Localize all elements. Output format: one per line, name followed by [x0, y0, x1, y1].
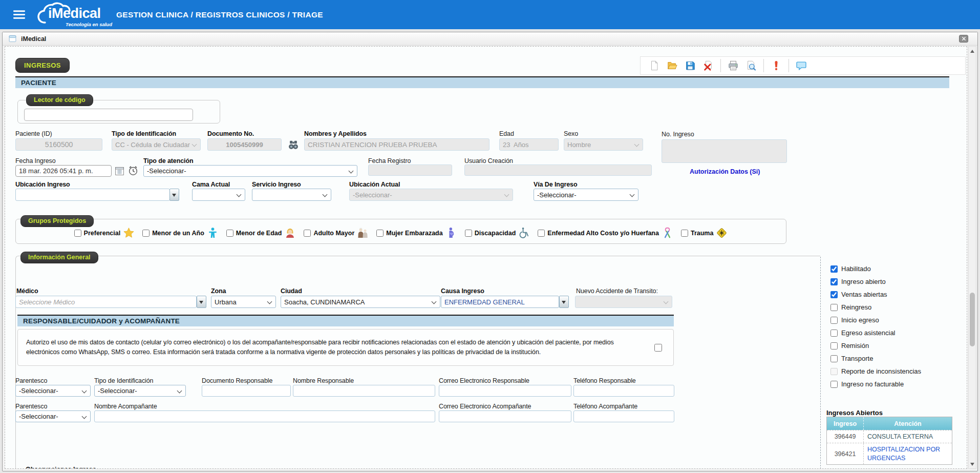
- accidente-transito-select: [575, 296, 672, 308]
- ciudad-select[interactable]: Soacha, CUNDINAMARCA: [281, 296, 440, 308]
- consent-checkbox[interactable]: [654, 344, 662, 352]
- medico-label: Médico: [16, 287, 38, 295]
- calendar-icon[interactable]: [114, 166, 125, 176]
- documento-resp-input[interactable]: [202, 385, 291, 397]
- ubicacion-ingreso-dropdown-button[interactable]: [169, 189, 179, 201]
- nombres-label: Nombres y Apellidos: [304, 130, 367, 137]
- delete-icon[interactable]: [702, 60, 714, 71]
- imedical-window: iMedical INGRESOS: [2, 32, 978, 471]
- print-preview-icon[interactable]: [745, 60, 757, 71]
- scroll-up-icon[interactable]: [969, 47, 976, 55]
- protected-group-checkbox[interactable]: [465, 230, 472, 237]
- scrollbar-thumb[interactable]: [970, 293, 975, 346]
- telefono-acomp-label: Teléfono Acompañante: [573, 403, 637, 410]
- status-flag-item: Reporte de inconsistencias: [830, 367, 921, 375]
- via-ingreso-select[interactable]: -Seleccionar-: [534, 189, 638, 201]
- hamburger-menu-icon[interactable]: [12, 8, 26, 22]
- status-flag-checkbox[interactable]: [830, 355, 838, 362]
- ubicacion-ingreso-input[interactable]: [15, 189, 170, 201]
- documento-resp-label: Documento Responsable: [202, 377, 272, 384]
- new-document-icon[interactable]: [649, 60, 660, 71]
- status-flag-checkbox[interactable]: [830, 381, 838, 388]
- protected-group-label: Enfermedad Alto Costo y/o Huerfana: [547, 230, 659, 237]
- close-icon[interactable]: [959, 35, 968, 43]
- table-header: Ingreso Atención: [827, 417, 952, 430]
- fecha-registro-label: Fecha Registro: [368, 157, 411, 164]
- binoculars-search-icon[interactable]: [288, 139, 299, 151]
- nombre-acomp-input[interactable]: [94, 410, 435, 422]
- protected-group-checkbox[interactable]: [74, 230, 81, 237]
- app-logo[interactable]: iMedical Tecnología en salud: [39, 1, 121, 29]
- comments-icon[interactable]: [796, 60, 807, 71]
- logo-text: iMedical: [48, 6, 101, 22]
- causa-ingreso-label: Causa Ingreso: [441, 287, 484, 295]
- tipo-atencion-select[interactable]: -Seleccionar-: [143, 165, 357, 177]
- status-flag-checkbox[interactable]: [830, 304, 838, 311]
- parentesco1-select[interactable]: -Seleccionar-: [15, 385, 91, 397]
- parentesco2-select[interactable]: -Seleccionar-: [15, 410, 91, 422]
- protected-group-checkbox[interactable]: [304, 230, 311, 237]
- causa-ingreso-select[interactable]: ENFERMEDAD GENERAL: [441, 296, 559, 308]
- protected-group-label: Preferencial: [84, 230, 121, 237]
- tipo-ident-resp-select[interactable]: -Seleccionar-: [94, 385, 186, 397]
- status-flag-checkbox[interactable]: [830, 330, 838, 337]
- medico-input[interactable]: [15, 296, 197, 308]
- minor-icon: [284, 227, 296, 239]
- causa-ingreso-dropdown-button[interactable]: [559, 296, 569, 308]
- breadcrumb[interactable]: GESTION CLINICA / REGISTROS CLINICOS / T…: [116, 0, 323, 29]
- window-icon: [8, 34, 17, 43]
- status-flag-checkbox[interactable]: [830, 342, 838, 349]
- column-header-ingreso: Ingreso: [827, 417, 864, 430]
- correo-resp-input[interactable]: [439, 385, 571, 397]
- documento-label: Documento No.: [207, 130, 254, 137]
- status-flag-label: Reingreso: [841, 303, 871, 311]
- telefono-acomp-input[interactable]: [573, 410, 674, 422]
- cell-ingreso: 396449: [827, 430, 864, 443]
- logo-tagline: Tecnología en salud: [66, 22, 112, 27]
- open-folder-icon[interactable]: [667, 60, 678, 71]
- fecha-ingreso-input[interactable]: [15, 165, 112, 177]
- status-flag-checkbox[interactable]: [830, 317, 838, 324]
- table-row[interactable]: 396421 HOSPITALIZACION POR URGENCIAS: [827, 443, 952, 464]
- telefono-resp-input[interactable]: [573, 385, 674, 397]
- nombre-resp-label: Nombre Responsable: [293, 377, 354, 384]
- correo-acomp-input[interactable]: [439, 410, 571, 422]
- status-flag-checkbox[interactable]: [830, 278, 838, 285]
- section-responsable: RESPONSABLE/CUIDADOR y ACOMPAÑANTE: [17, 315, 674, 326]
- status-flag-item: Transporte: [830, 355, 921, 362]
- correo-acomp-label: Correo Electronico Acompañante: [439, 403, 531, 410]
- print-icon[interactable]: [728, 60, 739, 71]
- nombre-resp-input[interactable]: [293, 385, 435, 397]
- section-paciente: PACIENTE: [15, 76, 949, 88]
- protected-group-checkbox[interactable]: [226, 230, 233, 237]
- status-flag-item: Ventas abiertas: [830, 291, 921, 298]
- protected-group-checkbox[interactable]: [538, 230, 545, 237]
- status-flag-checkbox[interactable]: [830, 265, 838, 273]
- status-flag-checkbox[interactable]: [830, 291, 838, 298]
- protected-group-checkbox[interactable]: [142, 230, 150, 237]
- medico-dropdown-button[interactable]: [197, 296, 206, 308]
- alert-icon[interactable]: [771, 60, 782, 71]
- clock-icon[interactable]: [127, 165, 139, 176]
- lector-codigo-input[interactable]: [24, 109, 193, 121]
- protected-group-checkbox[interactable]: [681, 230, 688, 237]
- cama-actual-select[interactable]: [192, 189, 245, 201]
- protected-group-label: Mujer Embarazada: [386, 230, 442, 237]
- vertical-scrollbar[interactable]: [968, 46, 976, 469]
- protected-group-checkbox[interactable]: [376, 230, 384, 237]
- status-flag-label: Habilitado: [841, 265, 871, 273]
- servicio-ingreso-select[interactable]: [252, 189, 331, 201]
- tab-ingresos[interactable]: INGRESOS: [15, 58, 70, 73]
- scroll-down-icon[interactable]: [969, 460, 976, 468]
- save-icon[interactable]: [685, 60, 696, 71]
- fecha-ingreso-label: Fecha Ingreso: [15, 157, 56, 164]
- sexo-label: Sexo: [564, 130, 578, 137]
- table-row[interactable]: 396449 CONSULTA EXTERNA: [827, 430, 952, 443]
- window-titlebar: iMedical: [3, 32, 977, 46]
- status-flag-item: Remisión: [830, 342, 921, 349]
- ubicacion-ingreso-label: Ubicación Ingreso: [15, 181, 70, 188]
- autorizacion-datos-link[interactable]: Autorización Datos (Si): [690, 168, 760, 175]
- zona-select[interactable]: Urbana: [211, 296, 276, 308]
- protected-group-item: Adulto Mayor: [304, 227, 369, 239]
- status-flag-item: Inicio egreso: [830, 316, 921, 324]
